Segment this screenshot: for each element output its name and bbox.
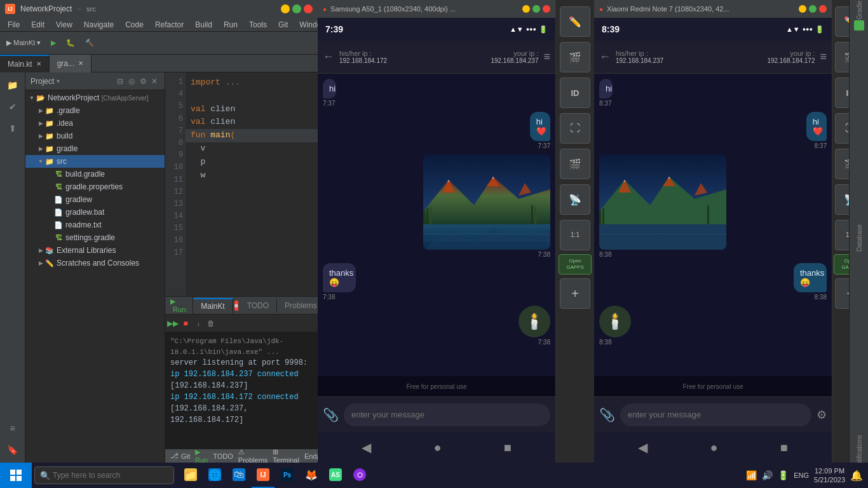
menu-run[interactable]: Run (219, 19, 243, 30)
phone2-back-button[interactable]: ← (599, 50, 611, 64)
menu-edit[interactable]: Edit (26, 19, 50, 30)
tab-problems[interactable]: Problems (277, 299, 318, 313)
phone2-menu-button[interactable]: ≡ (820, 50, 827, 64)
phone1-back-button[interactable]: ← (323, 50, 334, 64)
menu-refactor[interactable]: Refactor (150, 19, 189, 30)
terminal-indicator[interactable]: ⊞ Terminal (273, 448, 299, 463)
taskbar-app-ide[interactable]: IJ (252, 463, 275, 488)
endpoints-indicator[interactable]: Endpoints (304, 452, 318, 460)
phone2-message-input[interactable] (620, 403, 811, 426)
clear-output-button[interactable]: 🗑 (206, 318, 216, 329)
phone1-recents-nav[interactable]: ■ (504, 440, 512, 455)
bookmarks-button[interactable]: 🔖 (3, 440, 23, 460)
menu-build[interactable]: Build (190, 19, 217, 30)
tab-main-kt-close[interactable]: ✕ (36, 60, 41, 67)
stop-run-button[interactable]: ■ (234, 301, 238, 311)
taskbar-app-edge[interactable]: 🌐 (203, 463, 226, 488)
tree-item-build-gradle[interactable]: 🏗 build.gradle (25, 168, 165, 180)
locate-file-button[interactable]: ◎ (126, 76, 137, 86)
run-run-indicator[interactable]: ▶ Run (195, 448, 208, 463)
tree-item-build[interactable]: ▶ 📁 build (25, 130, 165, 142)
search-input[interactable] (53, 471, 167, 480)
taskbar-app-extra[interactable]: ⬡ (348, 463, 371, 488)
side-btn-plus[interactable]: + (560, 278, 590, 309)
tree-item-readme[interactable]: 📄 readme.txt (25, 219, 165, 231)
tab-gradle[interactable]: gra... ✕ (50, 55, 92, 72)
tree-item-root[interactable]: ▼ 📂 NetworkProject [ChatAppServer] (25, 92, 165, 104)
maximize-button[interactable] (292, 4, 301, 13)
tree-item-gradlew[interactable]: 📄 gradlew (25, 193, 165, 206)
commit-button[interactable]: ✔ (3, 97, 23, 117)
phone2-attach-button[interactable]: 📎 (599, 407, 615, 423)
side-btn-id[interactable]: ID (560, 78, 590, 108)
run-tab-label[interactable]: Run: (173, 306, 187, 313)
problems-indicator[interactable]: ⚠ Problems (238, 448, 268, 463)
code-text[interactable]: import ... val clien val clien fun main(… (186, 72, 318, 296)
project-view-button[interactable]: 📁 (3, 75, 23, 95)
phone1-back-nav[interactable]: ◀ (362, 440, 371, 455)
phone1-attach-button[interactable]: 📎 (323, 407, 339, 423)
tree-item-scratches[interactable]: ▶ ✏️ Scratches and Consoles (25, 257, 165, 269)
database-panel-button[interactable]: Database (851, 231, 867, 246)
rerun-button[interactable]: ▶▶ (168, 318, 178, 329)
sidebar-close-button[interactable]: ✕ (149, 76, 159, 86)
tree-item-settings-gradle[interactable]: 🏗 settings.gradle (25, 231, 165, 244)
tree-item-gradle-dir[interactable]: ▶ 📁 gradle (25, 142, 165, 155)
taskbar-app-firefox[interactable]: 🦊 (300, 463, 323, 488)
taskbar-app-android-studio[interactable]: AS (324, 463, 347, 488)
tree-item-gradlew-bat[interactable]: 📄 gradlew.bat (25, 206, 165, 219)
code-editor[interactable]: 1 4 5 6 7 8 9 10 11 12 13 14 15 16 17 (165, 72, 318, 296)
phone1-menu-button[interactable]: ≡ (543, 50, 550, 64)
phone1-close[interactable] (543, 5, 550, 13)
menu-git[interactable]: Git (273, 19, 293, 30)
phone1-maximize[interactable] (532, 5, 540, 13)
pull-requests-button[interactable]: ⬆ (3, 118, 23, 139)
side-btn-expand[interactable]: ⛶ (560, 113, 590, 144)
sidebar-settings-button[interactable]: ⚙ (138, 76, 148, 86)
taskbar-clock[interactable]: 12:09 PM 5/21/2023 (814, 466, 845, 485)
tab-main-kt[interactable]: Main.kt ✕ (0, 55, 50, 72)
tab-todo[interactable]: TODO (240, 299, 277, 313)
phone2-minimize[interactable] (799, 5, 806, 13)
tree-item-gradle-props[interactable]: 🏗 gradle.properties (25, 180, 165, 193)
scroll-end-button[interactable]: ↓ (193, 318, 203, 329)
tab-run-mainkt[interactable]: MainKt (193, 298, 233, 313)
phone2-recents-nav[interactable]: ■ (780, 440, 788, 455)
menu-tools[interactable]: Tools (244, 19, 272, 30)
build-button[interactable]: 🔨 (81, 37, 98, 49)
structure-button[interactable]: ≡ (3, 418, 23, 438)
menu-code[interactable]: Code (120, 19, 149, 30)
phone2-back-nav[interactable]: ◀ (638, 440, 648, 455)
phone1-minimize[interactable] (522, 5, 530, 13)
todo-indicator[interactable]: TODO (213, 452, 233, 460)
taskbar-app-explorer[interactable]: 📁 (179, 463, 202, 488)
green-indicator[interactable] (854, 20, 864, 30)
side-btn-video[interactable]: 🎬 (560, 42, 590, 72)
phone1-home-nav[interactable]: ● (433, 440, 441, 455)
side-btn-edit[interactable]: ✏️ (560, 6, 590, 37)
phone2-settings-icon[interactable]: ⚙ (817, 408, 827, 422)
run-button[interactable]: ▶ (47, 37, 60, 49)
notifications-panel-button[interactable]: Notifications (851, 445, 867, 460)
minimize-button[interactable] (281, 4, 290, 13)
git-branch-label[interactable]: Git (181, 452, 190, 460)
menu-navigate[interactable]: Navigate (79, 19, 119, 30)
taskbar-app-photoshop[interactable]: Ps (276, 463, 299, 488)
collapse-all-button[interactable]: ⊟ (115, 76, 125, 86)
start-button[interactable] (0, 463, 32, 488)
phone1-message-input[interactable] (344, 403, 550, 426)
gradle-panel-button[interactable]: Gradle (851, 3, 867, 18)
tab-gradle-close[interactable]: ✕ (78, 60, 83, 67)
taskbar-search-box[interactable]: 🔍 (34, 466, 174, 484)
phone2-home-nav[interactable]: ● (710, 440, 717, 455)
taskbar-app-store[interactable]: 🛍 (227, 463, 250, 488)
side-btn-ratio[interactable]: 1:1 (560, 220, 590, 250)
debug-button[interactable]: 🐛 (62, 37, 79, 49)
stop-button[interactable]: ■ (180, 318, 191, 329)
side-btn-video2[interactable]: 🎬 (560, 149, 590, 179)
menu-file[interactable]: File (3, 19, 25, 30)
run-configurations-selector[interactable]: ▶ MainKt ▾ (3, 37, 44, 49)
phone2-close[interactable] (819, 5, 827, 13)
side-btn-wifi[interactable]: 📡 (560, 184, 590, 215)
close-button[interactable] (304, 4, 313, 13)
